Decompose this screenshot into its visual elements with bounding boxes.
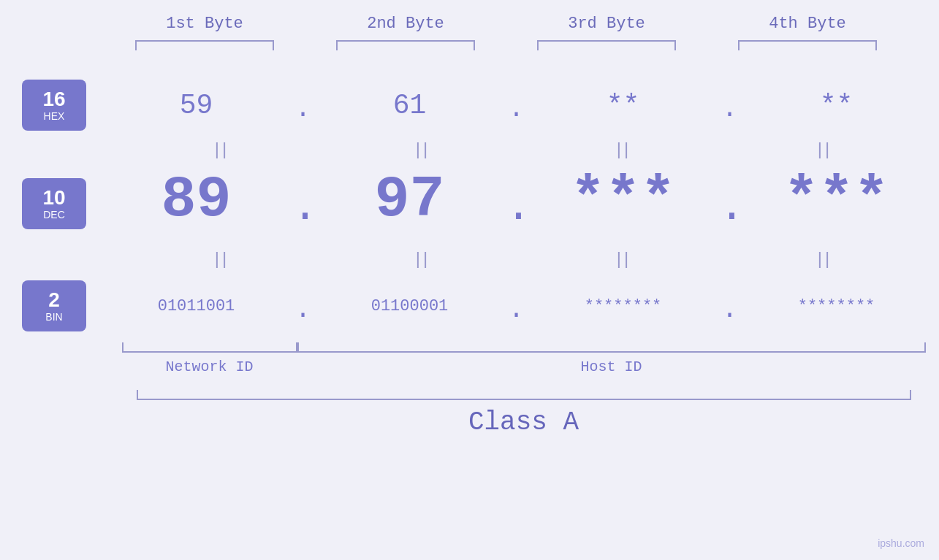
- bin-byte-2: 01100001: [330, 297, 490, 315]
- hex-base-number: 16: [42, 88, 65, 111]
- dec-byte-2: 97: [330, 171, 490, 229]
- bracket-3: [537, 40, 676, 50]
- equals-5: ||: [142, 248, 303, 269]
- bracket-4: [738, 40, 877, 50]
- dec-byte-1: 89: [116, 171, 277, 229]
- host-bracket: [297, 342, 926, 353]
- header-2nd-byte: 2nd Byte: [325, 15, 486, 33]
- dec-sep-3: .: [719, 185, 741, 229]
- dec-row: 10 DEC 89 . 97 . *** . ***: [0, 160, 939, 248]
- bin-label-box: 2 BIN: [22, 280, 86, 331]
- bin-values: 01011001 . 01100001 . ******** . *******…: [108, 288, 924, 325]
- header-3rd-byte: 3rd Byte: [526, 15, 687, 33]
- class-bracket: [137, 390, 911, 400]
- dec-byte-4: ***: [756, 171, 917, 229]
- equals-1: ||: [142, 139, 303, 159]
- byte-headers: 1st Byte 2nd Byte 3rd Byte 4th Byte: [104, 15, 908, 33]
- hex-sep-3: .: [719, 94, 741, 124]
- dec-byte-3: ***: [543, 171, 704, 229]
- header-1st-byte: 1st Byte: [124, 15, 285, 33]
- hex-base-text: HEX: [44, 111, 65, 122]
- host-id-label: Host ID: [297, 358, 926, 375]
- equals-row-2: || || || ||: [122, 248, 926, 269]
- hex-label-box: 16 HEX: [22, 80, 86, 131]
- network-id-label: Network ID: [122, 358, 297, 375]
- hex-byte-2: 61: [330, 90, 490, 121]
- dec-values: 89 . 97 . *** . ***: [108, 171, 924, 237]
- bin-sep-1: .: [292, 295, 314, 325]
- dec-sep-1: .: [292, 185, 314, 229]
- hex-byte-3: **: [543, 90, 704, 121]
- bottom-brackets: [122, 342, 926, 353]
- header-4th-byte: 4th Byte: [727, 15, 888, 33]
- dec-label-box: 10 DEC: [22, 178, 86, 229]
- bin-row: 2 BIN 01011001 . 01100001 . ******** . *…: [0, 269, 939, 342]
- equals-8: ||: [745, 248, 905, 269]
- dec-base-text: DEC: [43, 210, 65, 220]
- bin-base-text: BIN: [45, 312, 62, 323]
- dec-sep-2: .: [506, 185, 528, 229]
- hex-row: 16 HEX 59 . 61 . ** . **: [0, 72, 939, 138]
- bin-sep-3: .: [719, 295, 741, 325]
- hex-sep-1: .: [292, 94, 314, 124]
- hex-byte-1: 59: [116, 90, 277, 121]
- dec-base-number: 10: [42, 187, 65, 210]
- bin-byte-4: ********: [756, 297, 917, 315]
- network-bracket: [122, 342, 297, 353]
- equals-3: ||: [544, 139, 704, 159]
- hex-sep-2: .: [506, 94, 528, 124]
- bottom-labels: Network ID Host ID: [122, 358, 926, 375]
- bin-byte-1: 01011001: [116, 297, 277, 315]
- top-bracket-row: [104, 40, 908, 50]
- bracket-1: [135, 40, 274, 50]
- equals-6: ||: [343, 248, 503, 269]
- class-label: Class A: [137, 407, 911, 437]
- bin-base-number: 2: [48, 289, 60, 312]
- watermark: ipshu.com: [878, 537, 924, 549]
- equals-7: ||: [544, 248, 704, 269]
- equals-2: ||: [343, 139, 503, 159]
- hex-values: 59 . 61 . ** . **: [108, 87, 924, 124]
- hex-byte-4: **: [756, 90, 917, 121]
- bracket-2: [336, 40, 475, 50]
- equals-row-1: || || || ||: [122, 138, 926, 160]
- bin-sep-2: .: [506, 295, 528, 325]
- equals-4: ||: [745, 139, 905, 159]
- bin-byte-3: ********: [543, 297, 704, 315]
- main-container: 1st Byte 2nd Byte 3rd Byte 4th Byte 16 H…: [0, 0, 939, 560]
